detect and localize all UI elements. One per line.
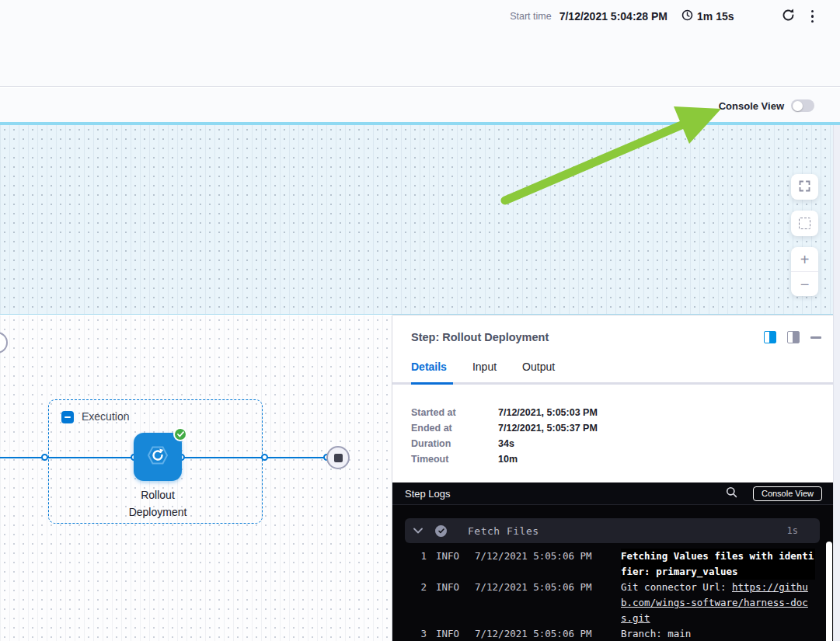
previous-node-partial <box>0 332 8 354</box>
detail-row: Duration34s <box>411 436 821 451</box>
step-details-panel: Step: Rollout Deployment DetailsInputOut… <box>392 315 840 641</box>
refresh-button[interactable] <box>781 8 796 25</box>
detail-row: Timeout10m <box>411 451 821 467</box>
kebab-menu-button[interactable] <box>811 10 814 23</box>
execution-graph-canvas[interactable]: Execution Rollout Deployment <box>0 315 392 641</box>
detail-label: Timeout <box>411 451 498 467</box>
clock-icon <box>681 9 693 24</box>
log-group-duration: 1s <box>787 525 798 536</box>
tab-output[interactable]: Output <box>522 361 555 382</box>
step-success-icon <box>435 525 447 537</box>
log-link[interactable]: https://github.com/wings-software/harnes… <box>621 581 808 624</box>
log-level: INFO <box>436 580 465 626</box>
tab-divider <box>392 382 840 385</box>
canvas-controls: + − <box>791 174 818 296</box>
start-time-value: 7/12/2021 5:04:28 PM <box>559 10 667 23</box>
zoom-out-button[interactable]: − <box>791 272 818 296</box>
pipeline-execution-page: Start time 7/12/2021 5:04:28 PM 1m 15s C… <box>0 0 840 641</box>
execution-group-label: Execution <box>82 410 129 423</box>
chevron-down-icon <box>413 528 423 534</box>
subheader: Console View <box>0 88 840 122</box>
logs-console-view-button[interactable]: Console View <box>753 486 822 501</box>
log-line-number: 2 <box>405 580 427 626</box>
rollout-step-icon <box>142 440 173 474</box>
console-view-label: Console View <box>719 100 784 112</box>
log-message: Branch: main <box>621 626 815 641</box>
log-level: INFO <box>436 626 465 641</box>
search-icon <box>726 486 737 500</box>
tab-input[interactable]: Input <box>472 361 497 382</box>
port-group-out <box>261 454 268 461</box>
refresh-icon <box>781 8 796 25</box>
log-line-number: 3 <box>405 626 427 641</box>
pipeline-canvas-upper[interactable]: + − <box>0 125 840 315</box>
page-scrollbar-track <box>833 125 840 641</box>
success-badge-icon <box>173 427 187 441</box>
details-list: Started at7/12/2021, 5:05:03 PMEnded at7… <box>392 385 840 467</box>
log-level: INFO <box>436 549 465 580</box>
minimize-panel-button[interactable] <box>810 332 821 343</box>
log-message: Git connector Url: https://github.com/wi… <box>621 580 815 626</box>
log-line-number: 1 <box>405 549 427 580</box>
fit-view-button[interactable] <box>791 211 818 236</box>
split-view-primary-button[interactable] <box>764 331 776 343</box>
log-group-name: Fetch Files <box>468 525 787 537</box>
fullscreen-button[interactable] <box>791 174 818 200</box>
detail-value: 7/12/2021, 5:05:37 PM <box>498 420 598 436</box>
detail-value: 10m <box>498 451 518 467</box>
node-label: Rollout Deployment <box>115 486 200 521</box>
panel-tabs: DetailsInputOutput <box>392 361 840 382</box>
detail-label: Duration <box>411 436 498 451</box>
detail-row: Started at7/12/2021, 5:05:03 PM <box>411 405 821 420</box>
zoom-in-button[interactable]: + <box>791 247 818 272</box>
fullscreen-icon <box>799 180 810 194</box>
stop-icon <box>334 454 343 462</box>
start-time-label: Start time <box>510 11 552 22</box>
fit-view-icon <box>799 218 810 229</box>
log-message: Fetching Values files with identifier: p… <box>621 549 815 580</box>
top-header: Start time 7/12/2021 5:04:28 PM 1m 15s <box>0 0 840 87</box>
log-row: 3INFO7/12/2021 5:05:06 PMBranch: main <box>405 626 828 641</box>
split-view-secondary-button[interactable] <box>787 331 800 343</box>
detail-label: Ended at <box>411 420 498 436</box>
console-view-toggle[interactable] <box>791 99 814 112</box>
active-tab-underline <box>411 382 453 385</box>
log-row: 1INFO7/12/2021 5:05:06 PMFetching Values… <box>405 549 828 580</box>
detail-label: Started at <box>411 405 498 420</box>
step-logs-section: Step Logs Console View Fetch Files <box>392 482 840 641</box>
detail-value: 7/12/2021, 5:05:03 PM <box>498 405 598 420</box>
port-group-in <box>41 454 48 461</box>
end-node[interactable] <box>326 446 350 469</box>
detail-value: 34s <box>498 436 514 451</box>
log-lines: 1INFO7/12/2021 5:05:06 PMFetching Values… <box>405 549 828 641</box>
tab-details[interactable]: Details <box>411 361 447 382</box>
elapsed-time: 1m 15s <box>697 10 734 23</box>
detail-row: Ended at7/12/2021, 5:05:37 PM <box>411 420 821 436</box>
log-search-button[interactable] <box>726 486 737 500</box>
panel-title: Step: Rollout Deployment <box>411 331 764 343</box>
log-row: 2INFO7/12/2021 5:05:06 PMGit connector U… <box>405 580 828 626</box>
log-timestamp: 7/12/2021 5:05:06 PM <box>475 549 612 580</box>
collapse-group-button[interactable] <box>61 411 74 423</box>
log-timestamp: 7/12/2021 5:05:06 PM <box>475 626 612 641</box>
log-scrollbar-thumb[interactable] <box>826 542 832 641</box>
log-group-row[interactable]: Fetch Files 1s <box>405 518 820 543</box>
log-timestamp: 7/12/2021 5:05:06 PM <box>475 580 612 626</box>
step-logs-title: Step Logs <box>405 488 726 500</box>
rollout-deployment-node[interactable] <box>134 433 182 481</box>
